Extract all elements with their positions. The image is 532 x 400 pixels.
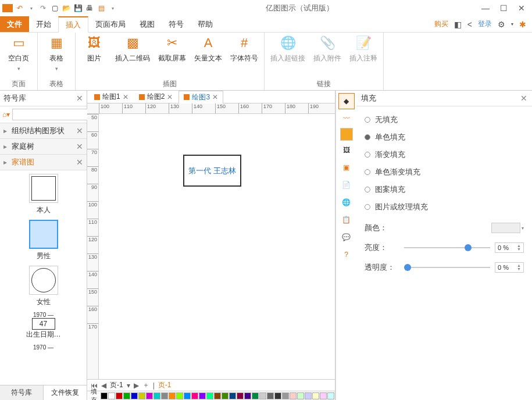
ribbon-font-symbol[interactable]: #字体符号 <box>230 35 258 63</box>
swatch[interactable] <box>290 392 297 399</box>
swatch[interactable] <box>214 392 221 399</box>
ribbon-blank-page[interactable]: ▭空白页▾ <box>6 35 31 72</box>
opacity-slider[interactable] <box>404 267 490 268</box>
tool-page-icon[interactable]: 📄 <box>338 177 355 193</box>
fill-option-mono-grad[interactable]: 单色渐变填充 <box>365 163 524 181</box>
login-link[interactable]: 登录 <box>478 19 492 29</box>
swatch[interactable] <box>146 392 153 399</box>
open-icon[interactable]: 📂 <box>62 3 71 13</box>
swatch[interactable] <box>229 392 236 399</box>
ribbon-picture[interactable]: 🖼图片 <box>81 35 107 63</box>
maximize-icon[interactable]: ☐ <box>500 3 508 13</box>
doc-tab-0[interactable]: 绘图1✕ <box>90 91 133 103</box>
options-icon[interactable]: ▤ <box>97 3 106 13</box>
save-icon[interactable]: 💾 <box>73 3 83 13</box>
swatch[interactable] <box>199 392 206 399</box>
menu-symbol[interactable]: 符号 <box>162 16 191 32</box>
right-panel-close-icon[interactable]: ✕ <box>520 94 527 103</box>
swatch[interactable] <box>312 392 319 399</box>
buy-link[interactable]: 购买 <box>434 19 448 29</box>
tool-help-icon[interactable]: ? <box>338 247 355 263</box>
logo-icon[interactable]: ✱ <box>519 20 526 29</box>
opacity-spinner[interactable]: ▲▼ <box>517 264 521 271</box>
swatch[interactable] <box>320 392 327 399</box>
doc-tab-1[interactable]: 绘图2✕ <box>134 91 178 103</box>
fill-option-solid[interactable]: 单色填充 <box>365 128 524 146</box>
swatch[interactable] <box>259 392 266 399</box>
ribbon-vector-text[interactable]: A矢量文本 <box>194 35 222 63</box>
tool-globe-icon[interactable]: 🌐 <box>338 194 355 210</box>
swatch[interactable] <box>191 392 198 399</box>
swatch[interactable] <box>305 392 312 399</box>
page-nav-next-icon[interactable]: ▶ <box>134 381 139 390</box>
canvas-node-first-gen[interactable]: 第一代 王志林 <box>183 155 241 187</box>
swatch[interactable] <box>169 392 176 399</box>
left-tab-symbols[interactable]: 符号库 <box>0 385 44 400</box>
undo-dropdown-icon[interactable]: ▾ <box>27 3 36 13</box>
swatch[interactable] <box>153 392 160 399</box>
symbol-birth2[interactable]: 1970 — <box>3 344 83 351</box>
page-current[interactable]: 页-1 <box>110 380 123 390</box>
swatch[interactable] <box>237 392 244 399</box>
swatch[interactable] <box>161 392 168 399</box>
swatch[interactable] <box>101 392 108 399</box>
menu-start[interactable]: 开始 <box>29 16 58 32</box>
tool-image-icon[interactable]: 🖼 <box>338 142 355 158</box>
swatch[interactable] <box>184 392 191 399</box>
page-add-icon[interactable]: ＋ <box>142 380 149 390</box>
new-icon[interactable]: ▢ <box>50 3 59 13</box>
print-icon[interactable]: 🖶 <box>85 3 94 13</box>
swatch[interactable] <box>244 392 251 399</box>
menu-view[interactable]: 视图 <box>133 16 162 32</box>
swatch[interactable] <box>222 392 228 399</box>
redo-icon[interactable]: ↷ <box>38 3 48 13</box>
gear-dropdown-icon[interactable]: ▾ <box>511 22 513 27</box>
drawing-canvas[interactable]: 第一代 王志林 <box>99 114 335 379</box>
symbol-panel-close-icon[interactable]: ✕ <box>76 94 83 103</box>
swatch[interactable] <box>138 392 145 399</box>
category-2[interactable]: ▸家谱图✕ <box>0 155 87 170</box>
symbol-birth[interactable]: 1970 —47出生日期… <box>3 312 83 340</box>
menu-layout[interactable]: 页面布局 <box>88 16 133 32</box>
swatch[interactable] <box>123 392 130 399</box>
ribbon-table[interactable]: ▦表格▾ <box>44 35 69 72</box>
tool-layer-icon[interactable]: ▣ <box>338 159 355 176</box>
home-icon[interactable]: ⌂▾ <box>2 110 10 119</box>
swatch[interactable] <box>108 392 115 399</box>
brightness-spinner[interactable]: ▲▼ <box>517 244 521 251</box>
share-icon[interactable]: < <box>467 20 472 29</box>
page-nav-dropdown-icon[interactable]: ▾ <box>127 381 130 390</box>
menu-help[interactable]: 帮助 <box>191 16 220 32</box>
color-swatch[interactable] <box>491 223 520 233</box>
doc-tab-2[interactable]: 绘图3✕ <box>178 91 223 104</box>
brightness-slider[interactable] <box>404 247 490 248</box>
category-0[interactable]: ▸组织结构图形状✕ <box>0 123 87 139</box>
ribbon-qr[interactable]: ▩插入二维码 <box>115 35 150 63</box>
menu-file[interactable]: 文件 <box>0 16 29 32</box>
swatch[interactable] <box>274 392 281 399</box>
page-nav-prev-icon[interactable]: ◀ <box>101 381 106 390</box>
swatch[interactable] <box>327 392 334 399</box>
qat-expand-icon[interactable]: ▾ <box>108 3 117 13</box>
color-dropdown-icon[interactable]: ▾ <box>520 226 524 231</box>
tool-color-swatch[interactable] <box>340 128 353 141</box>
fill-option-none[interactable]: 无填充 <box>365 111 524 128</box>
page-name[interactable]: 页-1 <box>158 380 172 390</box>
symbol-male[interactable]: 男性 <box>3 220 83 261</box>
tool-clipboard-icon[interactable]: 📋 <box>338 212 355 228</box>
app-menu-icon[interactable] <box>2 4 13 12</box>
swatch[interactable] <box>252 392 259 399</box>
fill-option-pattern[interactable]: 图案填充 <box>365 181 524 198</box>
undo-icon[interactable]: ↶ <box>15 3 24 13</box>
tool-comment-icon[interactable]: 💬 <box>338 229 355 245</box>
tool-line-icon[interactable]: 〰 <box>338 110 355 127</box>
fill-option-texture[interactable]: 图片或纹理填充 <box>365 198 524 216</box>
fill-option-gradient[interactable]: 渐变填充 <box>365 146 524 163</box>
swatch[interactable] <box>131 392 138 399</box>
export-icon[interactable]: ◧ <box>454 20 462 29</box>
minimize-icon[interactable]: — <box>481 3 490 13</box>
swatch[interactable] <box>267 392 274 399</box>
tool-fill-icon[interactable]: ◆ <box>338 93 355 109</box>
swatch[interactable] <box>282 392 289 399</box>
gear-icon[interactable]: ⚙ <box>498 20 505 29</box>
